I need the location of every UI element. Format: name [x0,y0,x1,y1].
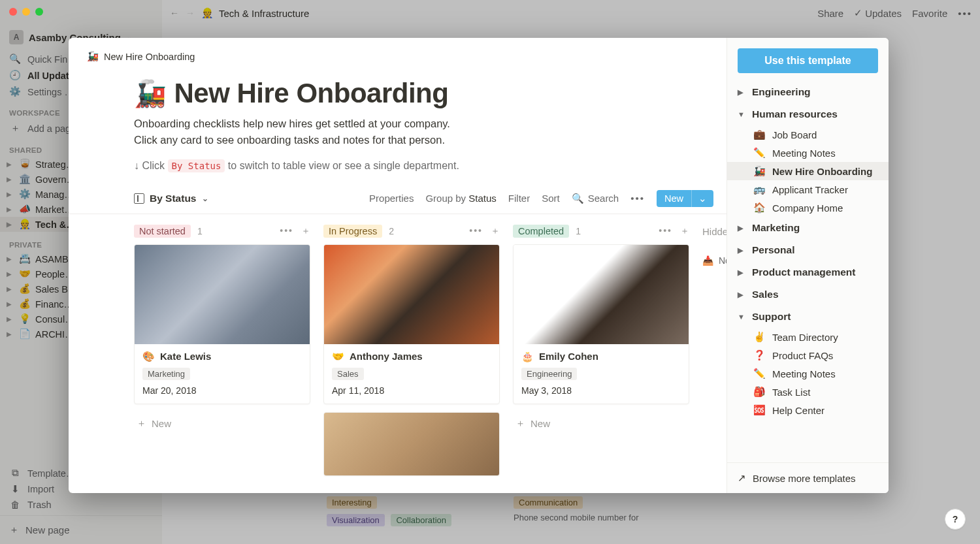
board-card[interactable]: 🎂Emily Cohen Engineering May 3, 2018 [513,244,689,404]
template-sidebar: Use this template ▶Engineering ▼Human re… [727,38,889,493]
board-view: Not started 1 •••＋ 🎨Kate Lewis Marketing… [69,214,727,484]
card-dept-tag: Engineering [521,368,577,380]
template-emoji: ✏️ [753,368,766,379]
template-category[interactable]: ▶Engineering [727,81,889,103]
inbox-icon: 📥 [702,255,713,266]
use-template-button[interactable]: Use this template [738,48,878,73]
template-item[interactable]: ✏️Meeting Notes [727,364,889,383]
column-more-button[interactable]: ••• [280,225,293,237]
window-traffic-lights [9,8,43,16]
triangle-down-icon: ▼ [738,110,745,118]
triangle-right-icon: ▶ [738,291,745,299]
template-item[interactable]: 💼Job Board [727,125,889,144]
template-category[interactable]: ▶Personal [727,239,889,261]
label: New [531,418,550,429]
template-label: Help Center [772,405,825,416]
template-emoji: 🏠 [753,202,766,214]
template-modal: 🚂 New Hire Onboarding 🚂New Hire Onboardi… [69,38,889,493]
column-count: 1 [576,226,581,236]
card-dept-tag: Sales [332,368,364,380]
column-add-button[interactable]: ＋ [680,225,689,237]
template-label: Meeting Notes [772,368,836,379]
search-icon: 🔍 [572,193,584,204]
page-title: New Hire Onboarding [104,52,195,62]
triangle-right-icon: ▶ [738,246,745,255]
card-date: Mar 20, 2018 [142,385,302,396]
label: No [719,255,727,266]
page-hint: ↓ Click By Status to switch to table vie… [134,160,727,172]
card-cover [514,245,689,344]
board-overflow: Hidden 📥 No [702,225,727,484]
no-status-row[interactable]: 📥 No [702,255,727,266]
column-new-card[interactable]: ＋New [513,412,689,435]
status-pill[interactable]: Not started [134,225,191,238]
board-column: Not started 1 •••＋ 🎨Kate Lewis Marketing… [134,225,310,484]
template-label: Meeting Notes [772,148,836,159]
card-date: Apr 11, 2018 [332,385,491,396]
hidden-columns-label[interactable]: Hidden [702,225,727,237]
label: New [657,190,691,207]
search-button[interactable]: 🔍Search [572,193,619,204]
template-item[interactable]: ❓Product FAQs [727,346,889,364]
new-button[interactable]: New⌄ [657,190,713,207]
column-add-button[interactable]: ＋ [301,225,310,237]
card-cover [324,245,499,344]
category-label: Support [752,311,791,323]
group-by-button[interactable]: Group by Status [425,193,496,204]
template-item[interactable]: ✏️Meeting Notes [727,144,889,162]
card-name: Anthony James [350,351,423,362]
template-category[interactable]: ▼Support [727,306,889,328]
filter-button[interactable]: Filter [508,193,530,204]
template-item[interactable]: 🎒Task List [727,383,889,401]
sort-button[interactable]: Sort [542,193,560,204]
column-add-button[interactable]: ＋ [491,225,500,237]
template-label: Task List [772,387,810,398]
properties-button[interactable]: Properties [369,193,414,204]
card-emoji: 🤝 [332,351,344,362]
column-more-button[interactable]: ••• [659,225,672,237]
board-card[interactable]: 🎨Kate Lewis Marketing Mar 20, 2018 [134,244,310,404]
board-card[interactable] [323,412,500,476]
status-pill[interactable]: Completed [513,225,569,238]
template-item[interactable]: 🆘Help Center [727,401,889,419]
template-category[interactable]: ▼Human resources [727,103,889,125]
card-name: Kate Lewis [160,351,211,362]
template-category[interactable]: ▶Marketing [727,217,889,239]
help-button[interactable]: ? [945,509,966,530]
board-column: Completed 1 •••＋ 🎂Emily Cohen Engineerin… [513,225,689,484]
template-emoji: 🆘 [753,404,766,416]
view-label: By Status [150,193,197,204]
page-desc: Onboarding checklists help new hires get… [134,116,727,148]
template-emoji: ❓ [753,349,766,361]
more-button[interactable]: ••• [630,193,645,204]
template-emoji: ✌️ [753,331,766,343]
browse-templates-button[interactable]: ↗Browse more templates [727,462,889,493]
card-date: May 3, 2018 [521,385,681,396]
triangle-down-icon: ▼ [738,313,745,321]
template-category[interactable]: ▶Product management [727,261,889,283]
column-count: 1 [197,226,203,236]
label: Search [588,193,619,204]
board-card[interactable]: 🤝Anthony James Sales Apr 11, 2018 [323,244,500,404]
column-more-button[interactable]: ••• [469,225,483,237]
template-category[interactable]: ▶Sales [727,283,889,306]
category-label: Personal [752,244,794,256]
label: New [152,418,171,429]
template-emoji: 🎒 [753,386,766,398]
template-item[interactable]: 🏠Company Home [727,199,889,217]
template-label: Product FAQs [772,350,833,361]
template-item[interactable]: 🚌Applicant Tracker [727,180,889,199]
view-selector[interactable]: By Status ⌄ [134,193,208,204]
modal-breadcrumb[interactable]: 🚂 New Hire Onboarding [69,51,727,62]
template-item[interactable]: ✌️Team Directory [727,328,889,346]
template-emoji: 💼 [753,129,766,140]
page-title-heading: 🚂New Hire Onboarding [134,78,727,109]
template-label: New Hire Onboarding [772,166,872,177]
hint-code: By Status [168,159,225,172]
plus-icon: ＋ [137,417,146,430]
view-toolbar: By Status ⌄ Properties Group by Status F… [69,184,727,214]
template-emoji: 🚌 [753,184,766,195]
column-new-card[interactable]: ＋New [134,412,310,435]
template-item[interactable]: 🚂New Hire Onboarding [727,162,889,180]
status-pill[interactable]: In Progress [323,225,382,238]
